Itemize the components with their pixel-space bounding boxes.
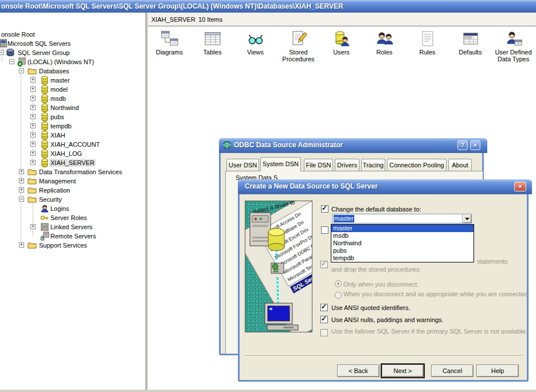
tree-item-replication: +Replication xyxy=(0,186,146,195)
expand-plus-icon[interactable]: + xyxy=(30,123,36,128)
tree-item-label[interactable]: XIAH_ACCOUNT xyxy=(49,140,101,148)
tree-item-pubs: +pubs xyxy=(0,112,146,121)
tree-item-label[interactable]: SQL Server Group xyxy=(17,49,71,57)
result-item-roles[interactable]: Roles xyxy=(363,28,406,68)
expand-plus-icon[interactable]: + xyxy=(30,77,36,83)
result-item-tables[interactable]: Tables xyxy=(191,28,234,68)
expand-plus-icon[interactable]: + xyxy=(30,114,36,119)
tree-item-label[interactable]: Databases xyxy=(38,67,71,75)
next-button[interactable]: Next > xyxy=(382,364,424,377)
dropdown-option-tempdb[interactable]: tempdb xyxy=(331,254,474,262)
tree-item-label[interactable]: master xyxy=(49,76,71,84)
tree-item-label[interactable]: Logins xyxy=(49,205,70,213)
expand-plus-icon[interactable]: + xyxy=(19,178,24,183)
combo-dropdown-button[interactable] xyxy=(462,214,471,223)
result-item-diagrams[interactable]: Diagrams xyxy=(148,28,191,68)
database-icon xyxy=(40,76,49,85)
result-item-label: Tables xyxy=(191,49,234,56)
logins-icon xyxy=(40,204,49,213)
expand-plus-icon[interactable]: + xyxy=(30,87,36,92)
expand-plus-icon[interactable]: + xyxy=(30,132,36,138)
expand-plus-icon[interactable]: + xyxy=(30,151,36,156)
result-item-defaults[interactable]: Defaults xyxy=(449,28,492,68)
chevron-down-icon xyxy=(465,218,470,220)
tree-item-label[interactable]: Northwind xyxy=(49,104,80,112)
expand-plus-icon[interactable]: + xyxy=(30,160,36,165)
folder-icon xyxy=(28,167,37,177)
button-separator xyxy=(245,355,522,356)
tree-item-label[interactable]: Data Transformation Services xyxy=(38,168,123,176)
tree-item-label[interactable]: onsole Root xyxy=(0,30,36,38)
expand-plus-icon[interactable]: + xyxy=(19,187,24,193)
wizard-close-button[interactable]: × xyxy=(514,182,526,191)
dropdown-option-msdb[interactable]: msdb xyxy=(331,232,474,240)
collapse-minus-icon[interactable]: − xyxy=(19,197,24,202)
odbc-titlebar[interactable]: ODBC Data Source Administrator ? × xyxy=(219,138,487,153)
tab-tracing[interactable]: Tracing xyxy=(361,159,385,171)
tree-item-label[interactable]: pubs xyxy=(49,113,65,121)
tab-connection-pooling[interactable]: Connection Pooling xyxy=(387,159,447,171)
result-item-user-defined-data-types[interactable]: User Defined Data Types xyxy=(492,28,535,68)
tree-item-label[interactable]: Support Services xyxy=(38,241,88,249)
wizard-titlebar[interactable]: Create a New Data Source to SQL Server × xyxy=(238,179,532,194)
tab-file-dsn[interactable]: File DSN xyxy=(304,159,333,171)
result-item-users[interactable]: Users xyxy=(320,28,363,68)
tree-item-remote-servers: Remote Servers xyxy=(0,232,146,241)
users-icon xyxy=(332,30,351,48)
collapse-minus-icon[interactable]: − xyxy=(9,59,14,64)
dropdown-option-master[interactable]: master xyxy=(331,225,474,232)
tree-item-label[interactable]: (LOCAL) (Windows NT) xyxy=(26,58,95,66)
tree-item-label[interactable]: Linked Servers xyxy=(49,223,93,231)
tree-item-local-windows-nt: −(LOCAL) (Windows NT) xyxy=(0,57,146,66)
tree-item-label[interactable]: Microsoft SQL Servers xyxy=(6,40,72,48)
tree-item-server-roles: Server Roles xyxy=(0,213,146,222)
tree-item-label[interactable]: Replication xyxy=(38,186,71,194)
help-button[interactable]: Help xyxy=(476,364,519,377)
tree-item-onsole-root: onsole Root xyxy=(0,30,146,39)
tree-item-label[interactable]: model xyxy=(49,85,69,93)
odbc-close-button[interactable]: × xyxy=(470,140,480,150)
expand-plus-icon[interactable]: + xyxy=(30,105,36,110)
folder-icon xyxy=(28,66,37,76)
result-item-stored-procedures[interactable]: Stored Procedures xyxy=(277,28,320,68)
tree-item-tempdb: +tempdb xyxy=(0,121,146,131)
tower-computer-icon xyxy=(250,213,271,246)
attach-database-checkbox[interactable] xyxy=(321,226,328,234)
database-cylinder-icon xyxy=(268,229,284,251)
tree-item-label[interactable]: tempdb xyxy=(49,122,73,130)
tree-item-label[interactable]: Management xyxy=(38,177,77,185)
dropdown-option-northwind[interactable]: Northwind xyxy=(331,240,474,247)
expand-plus-icon[interactable]: + xyxy=(30,96,36,101)
expand-plus-icon[interactable]: + xyxy=(30,142,36,147)
tree-item-label[interactable]: XIAH_SERVER xyxy=(49,159,96,167)
tree-item-label[interactable]: XIAH xyxy=(49,131,66,139)
db-dropdown-list: mastermsdbNorthwindpubstempdb xyxy=(331,224,474,262)
tab-system-dsn[interactable]: System DSN xyxy=(260,157,301,171)
tab-user-dsn[interactable]: User DSN xyxy=(226,159,259,171)
result-item-rules[interactable]: Rules xyxy=(406,28,449,68)
tab-drivers[interactable]: Drivers xyxy=(335,159,359,171)
change-default-db-checkbox[interactable]: ✓ xyxy=(321,205,328,213)
back-button[interactable]: < Back xyxy=(337,364,379,377)
expand-plus-icon[interactable]: + xyxy=(19,169,24,174)
tree-item-label[interactable]: Remote Servers xyxy=(49,232,97,240)
collapse-minus-icon[interactable]: − xyxy=(0,50,4,55)
tree-item-label[interactable]: Security xyxy=(38,195,63,203)
tree-item-label[interactable]: msdb xyxy=(49,95,67,103)
default-db-combobox[interactable]: master xyxy=(332,214,472,224)
dropdown-option-pubs[interactable]: pubs xyxy=(331,247,474,254)
collapse-minus-icon[interactable]: − xyxy=(19,68,24,73)
folder-icon xyxy=(28,195,37,204)
cancel-button[interactable]: Cancel xyxy=(431,364,474,377)
expand-plus-icon[interactable]: + xyxy=(30,224,36,229)
ansi-quoted-checkbox[interactable]: ✓ xyxy=(320,304,328,311)
expand-plus-icon[interactable]: + xyxy=(19,242,24,248)
result-item-views[interactable]: Views xyxy=(234,28,277,68)
ansi-nulls-checkbox[interactable]: ✓ xyxy=(320,316,328,323)
window-titlebar[interactable]: onsole Root\Microsoft SQL Servers\SQL Se… xyxy=(0,0,536,13)
tab-about[interactable]: About xyxy=(448,159,472,171)
database-icon xyxy=(40,85,49,94)
tree-item-label[interactable]: Server Roles xyxy=(49,214,88,222)
odbc-context-help-button[interactable]: ? xyxy=(457,140,468,150)
tree-item-label[interactable]: XIAH_LOG xyxy=(49,150,83,158)
